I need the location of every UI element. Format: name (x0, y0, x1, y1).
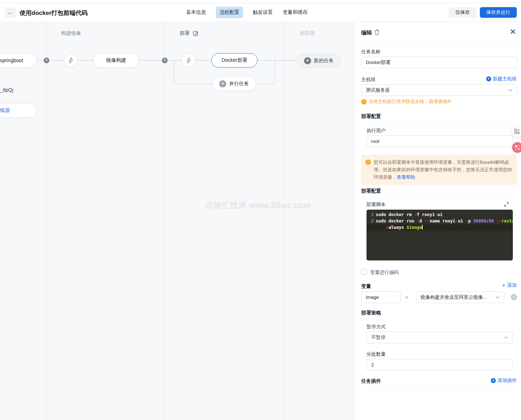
plus-icon: + (219, 80, 226, 87)
view-help-link[interactable]: 查看帮助 (397, 173, 415, 181)
warning-icon: ! (361, 99, 367, 104)
vars-title: 变量 (361, 283, 371, 290)
panel-title: 编辑 (361, 29, 372, 36)
strategy-title: 部署策略 (361, 310, 381, 316)
delete-task-icon[interactable] (374, 29, 380, 35)
watermark: @智汇技术 www.80wz.com (205, 200, 311, 211)
encode-vars-label: 变量进行编码 (370, 269, 399, 276)
save-only-button[interactable]: 仅保存 (449, 7, 477, 18)
pipeline-canvas: 构建镜像 部署 新阶段 estspringboot t_8pQj 线源 + 镜像 (0, 22, 354, 420)
add-plugin-text: 添加插件 (498, 377, 517, 384)
chevron-down-icon (508, 87, 512, 93)
translate-widget-button[interactable]: 中 A (512, 142, 521, 153)
tab-flow-config[interactable]: 流程配置 (216, 7, 243, 18)
plus-icon: + (502, 283, 505, 288)
batch-count-input[interactable] (367, 359, 513, 371)
header-tabs: 基本信息 流程配置 触发设置 变量和缓存 (186, 7, 308, 18)
edit-panel: 编辑 ✕ 任务名称 主机组 + 新建主机组 测试服务器 ! 当前主机组已有关联流… (354, 22, 521, 420)
connector-lines (0, 22, 354, 165)
var-name-input[interactable] (361, 291, 401, 303)
pause-mode-value: 不暂停 (371, 334, 386, 341)
deploy-config2-title: 部署配置 (361, 188, 381, 194)
back-arrow-icon: ← (7, 9, 13, 16)
new-host-group-link[interactable]: + 新建主机组 (486, 76, 517, 82)
node-image-build-label: 镜像构建 (106, 57, 126, 64)
tab-variables-cache[interactable]: 变量和缓存 (283, 7, 308, 18)
expand-editor-icon[interactable] (504, 202, 509, 207)
close-panel-icon[interactable]: ✕ (510, 28, 516, 36)
lightning-icon (186, 58, 191, 64)
exec-user-input[interactable] (367, 135, 513, 147)
node-docker-deploy-label: Docker部署 (222, 57, 247, 64)
header-actions: 仅保存 保存并运行 (449, 7, 517, 18)
grid-plus-icon (514, 129, 520, 134)
divider (361, 198, 517, 198)
deploy-config-title: 部署配置 (361, 113, 381, 120)
parallel-task-label: 并行任务 (229, 81, 249, 87)
plus-circle-icon: + (491, 378, 496, 383)
var-value-text: 镜像构建并推送至阿里云镜像... (420, 294, 487, 301)
translate-icon: 中 A (514, 144, 521, 151)
node-source-label: estspringboot (0, 58, 23, 63)
host-group-label: 主机组 (361, 76, 376, 83)
source-id-text: t_8pQj (0, 87, 13, 93)
plus-icon: + (304, 57, 311, 64)
add-new-task-button[interactable]: + 新的任务 (297, 54, 341, 68)
node-docker-deploy[interactable]: Docker部署 (211, 53, 257, 68)
trigger-node[interactable] (64, 54, 77, 67)
node-source-link[interactable]: 线源 (0, 103, 37, 118)
host-group-warning: ! 当前主机组已有关联流水线，请谨慎操作 (361, 98, 452, 105)
host-group-select[interactable]: 测试服务器 (361, 84, 517, 96)
add-plugin-link[interactable]: + 添加插件 (491, 377, 517, 384)
equals-sign: = (405, 295, 408, 300)
pause-mode-label: 暂停方式 (367, 324, 386, 330)
node-source-springboot[interactable]: estspringboot (0, 53, 37, 68)
divider (361, 123, 517, 124)
save-and-run-button[interactable]: 保存并运行 (480, 7, 517, 18)
task-name-label: 任务名称 (361, 49, 380, 55)
add-stage-plus-icon[interactable]: + (44, 58, 49, 63)
exec-user-label: 执行用户 (367, 128, 386, 134)
host-group-value: 测试服务器 (366, 87, 390, 93)
env-var-info-box: ! 您可以在部署脚本中直接使用环境变量，无需再进行Base64解码处理。但是如果… (361, 155, 517, 185)
page-title: 使用docker打包前端代码 (20, 9, 88, 17)
host-warning-text: 当前主机组已有关联流水线，请谨慎操作 (369, 98, 452, 105)
plus-circle-icon: + (486, 76, 491, 81)
header-bar: ← 使用docker打包前端代码 基本信息 流程配置 触发设置 变量和缓存 仅保… (0, 3, 521, 22)
task-name-input[interactable] (361, 56, 517, 68)
add-variable-link[interactable]: + 添加 (502, 282, 517, 289)
encode-vars-checkbox[interactable] (361, 269, 367, 275)
deploy-script-label: 部署脚本 (367, 201, 386, 208)
svg-text:A: A (518, 147, 520, 151)
node-source-link-label: 线源 (0, 107, 10, 114)
var-value-select[interactable]: 镜像构建并推送至阿里云镜像... (416, 291, 504, 303)
add-parallel-task-button[interactable]: + 并行任务 (212, 77, 256, 91)
pipeline-editor-app: ← 使用docker打包前端代码 基本信息 流程配置 触发设置 变量和缓存 仅保… (0, 0, 521, 420)
back-button[interactable]: ← (5, 7, 16, 18)
info-text-body: 您可以在部署脚本中直接使用环境变量，无需再进行Base64解码处理。但是如果你的… (374, 160, 512, 180)
plugin-title: 任务插件 (361, 378, 381, 384)
lightning-icon (68, 58, 74, 64)
remove-variable-button[interactable]: − (511, 294, 517, 300)
tab-trigger-settings[interactable]: 触发设置 (253, 7, 273, 18)
deploy-script-editor[interactable]: 1sudo docker rm -f ruoyi-ui2sudo docker … (367, 210, 513, 260)
add-variable-text: 添加 (507, 282, 517, 289)
extension-widget-button[interactable] (511, 126, 521, 137)
panel-header: 编辑 ✕ (354, 22, 521, 43)
divider (361, 320, 517, 320)
new-task-label: 新的任务 (314, 58, 334, 64)
chevron-down-icon (495, 295, 500, 300)
info-icon: ! (365, 160, 371, 165)
chevron-down-icon (504, 335, 508, 340)
trigger-node[interactable] (182, 54, 195, 67)
pause-mode-select[interactable]: 不暂停 (367, 332, 513, 343)
node-image-build[interactable]: 镜像构建 (93, 53, 139, 68)
info-text: 您可以在部署脚本中直接使用环境变量，无需再进行Base64解码处理。但是如果你的… (374, 158, 512, 181)
new-host-group-text: 新建主机组 (493, 76, 517, 82)
tab-basic-info[interactable]: 基本信息 (186, 7, 206, 18)
add-stage-plus-icon[interactable]: + (162, 58, 168, 63)
batch-count-label: 分批数量 (367, 351, 386, 357)
divider (361, 389, 517, 390)
